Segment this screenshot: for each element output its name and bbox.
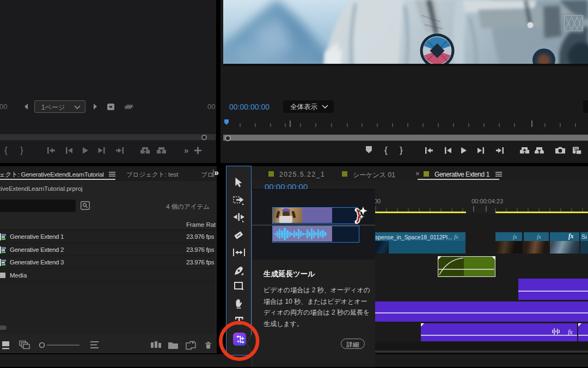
svg-text:»: » bbox=[184, 146, 188, 155]
svg-text:{: { bbox=[4, 145, 8, 155]
svg-text:fx: fx bbox=[568, 328, 573, 335]
svg-text:{: { bbox=[384, 145, 388, 155]
svg-text:}: } bbox=[400, 145, 403, 155]
svg-text:}: } bbox=[20, 145, 23, 155]
